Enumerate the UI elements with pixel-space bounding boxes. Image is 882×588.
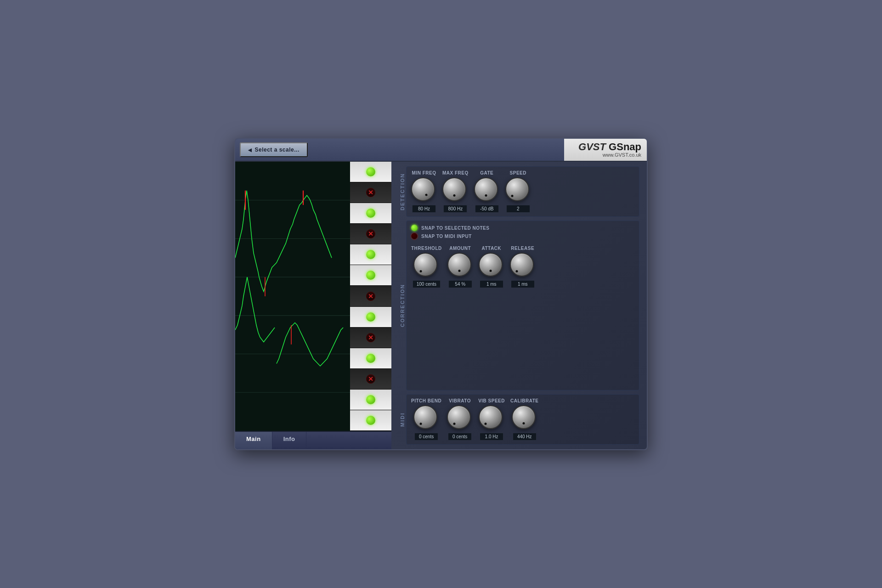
knob-group-release: Release 1 ms [510,246,536,288]
piano-key-6[interactable] [350,265,391,286]
detection-label: Detection [399,166,406,217]
detection-content: Min Freq 80 Hz Max Freq [406,166,639,217]
knob-group-calibrate: Calibrate 440 Hz [510,398,539,441]
vibrato-value: 0 cents [448,433,472,441]
note-indicator-3 [366,209,375,218]
amount-knob[interactable] [447,253,471,277]
threshold-knob[interactable] [413,253,437,277]
main-area: ✕ ✕ [235,162,647,449]
threshold-label: Threshold [411,246,442,251]
piano-key-1[interactable] [350,162,391,182]
snap-selected-indicator [411,225,418,231]
piano-key-11[interactable]: ✕ [350,369,391,390]
calibrate-knob-container [512,405,537,431]
piano-key-10[interactable] [350,348,391,369]
min-freq-dot [425,193,428,196]
piano-key-9[interactable]: ✕ [350,328,391,348]
calibrate-knob[interactable] [512,405,536,429]
left-panel: ✕ ✕ [235,162,391,449]
waveform-area: ✕ ✕ [235,162,391,431]
snap-options: Snap to selected notes Snap to MIDI inpu… [411,225,634,239]
note-indicator-12 [366,395,375,404]
gate-knob[interactable] [474,177,498,201]
snap-midi-label: Snap to MIDI input [421,234,472,239]
piano-key-2[interactable]: ✕ [350,182,391,203]
knob-group-min-freq: Min Freq 80 Hz [411,170,437,213]
midi-section: Midi Pitch Bend 0 cents [399,394,639,445]
speed-value: 2 [506,205,530,213]
attack-dot [489,270,492,272]
attack-knob[interactable] [479,253,503,277]
snap-midi-option[interactable]: Snap to MIDI input [411,233,634,239]
release-knob-container [510,253,536,278]
release-knob[interactable] [510,253,534,277]
vib-speed-knob-container [479,405,504,431]
note-indicator-4: ✕ [366,229,375,238]
speed-knob-container [505,177,531,203]
gate-label: Gate [480,170,493,175]
knob-group-pitch-bend: Pitch Bend 0 cents [411,398,441,441]
amount-knob-container [447,253,473,278]
min-freq-knob[interactable] [411,177,435,201]
gate-knob-container [474,177,500,203]
max-freq-label: Max Freq [442,170,469,175]
detection-knobs-row: Min Freq 80 Hz Max Freq [411,170,634,213]
max-freq-dot [453,194,456,197]
note-indicator-8 [366,312,375,322]
note-indicator-2: ✕ [366,188,375,197]
piano-key-7[interactable]: ✕ [350,286,391,306]
calibrate-label: Calibrate [510,398,539,403]
pitch-bend-knob[interactable] [413,405,437,429]
piano-key-13[interactable] [350,410,391,431]
note-indicator-5 [366,250,375,259]
knob-group-max-freq: Max Freq 800 Hz [442,170,469,213]
vibrato-label: Vibrato [449,398,471,403]
piano-key-12[interactable] [350,390,391,410]
threshold-knob-container [413,253,439,278]
vib-speed-label: Vib Speed [478,398,505,403]
speed-knob[interactable] [505,177,529,201]
speed-label: Speed [510,170,526,175]
tab-info[interactable]: Info [272,432,307,449]
amount-dot [458,270,460,272]
logo-area: GVST GSnap www.GVST.co.uk [564,139,647,161]
vibrato-dot [453,423,455,425]
snap-selected-option[interactable]: Snap to selected notes [411,225,634,231]
midi-knobs-row: Pitch Bend 0 cents Vibrato [411,398,634,441]
piano-key-3[interactable] [350,203,391,224]
note-indicator-11: ✕ [366,374,375,384]
snap-midi-indicator [411,233,418,239]
vib-speed-knob[interactable] [479,405,503,429]
waveform-canvas [235,162,350,431]
midi-content: Pitch Bend 0 cents Vibrato [406,394,639,445]
release-label: Release [511,246,534,251]
pitch-bend-value: 0 cents [414,433,438,441]
right-panel: Detection Min Freq 80 Hz [391,162,647,449]
attack-value: 1 ms [480,280,503,288]
attack-knob-container [479,253,504,278]
note-indicator-9: ✕ [366,333,375,342]
bottom-tabs: Main Info [235,431,391,449]
note-indicator-13 [366,416,375,425]
amount-value: 54 % [448,280,472,288]
logo-website: www.GVST.co.uk [603,152,641,158]
min-freq-value: 80 Hz [412,205,436,213]
brand-name: GVST [578,141,606,153]
vib-speed-value: 1.0 Hz [480,433,503,441]
piano-key-5[interactable] [350,244,391,265]
snap-selected-label: Snap to selected notes [421,226,489,231]
knob-group-vib-speed: Vib Speed 1.0 Hz [478,398,505,441]
threshold-value: 100 cents [413,280,441,288]
vibrato-knob[interactable] [447,405,471,429]
top-bar: Select a scale... GVST GSnap www.GVST.co… [235,139,647,162]
gate-value: -50 dB [475,205,499,213]
plugin-name: GSnap [609,141,641,153]
note-indicator-10 [366,354,375,363]
piano-key-4[interactable]: ✕ [350,224,391,244]
attack-label: Attack [481,246,501,251]
tab-main[interactable]: Main [235,432,272,449]
select-scale-button[interactable]: Select a scale... [240,142,308,157]
gate-dot [485,194,487,197]
piano-key-8[interactable] [350,307,391,328]
max-freq-knob[interactable] [442,177,466,201]
